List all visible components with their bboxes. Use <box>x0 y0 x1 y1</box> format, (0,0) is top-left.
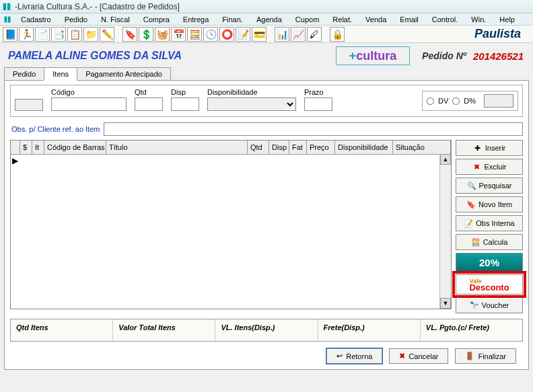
toolbar-doc2-icon[interactable]: 📑 <box>51 27 66 42</box>
menu-agenda[interactable]: Agenda <box>250 14 288 25</box>
toolbar-doc1-icon[interactable]: 📄 <box>35 27 50 42</box>
prazo-label: Prazo <box>304 88 332 96</box>
col-codigo-barras[interactable]: Código de Barras <box>44 141 106 154</box>
prazo-input[interactable] <box>304 97 332 111</box>
col-situacao[interactable]: Situação <box>393 141 451 154</box>
grid-scrollbar[interactable]: ▲ ▼ <box>439 154 451 309</box>
toolbar-folder-icon[interactable]: 📁 <box>83 27 98 42</box>
toolbar-chart-icon[interactable]: 📈 <box>291 27 306 42</box>
col-preco[interactable]: Preço <box>307 141 335 154</box>
col-it[interactable]: It <box>32 141 44 154</box>
menu-venda[interactable]: Venda <box>359 14 392 25</box>
tab-pedido[interactable]: Pedido <box>4 67 44 81</box>
menu-help[interactable]: Help <box>493 14 521 25</box>
total-frete-disp: Frete(Disp.) <box>324 323 365 331</box>
toolbar-note-icon[interactable]: 📝 <box>236 27 250 42</box>
obs-input[interactable] <box>104 122 523 136</box>
toolbar-calc-icon[interactable]: 🧮 <box>187 27 202 42</box>
customer-name: PAMELA ALINE GOMES DA SILVA <box>4 50 182 62</box>
door-icon: 🚪 <box>465 352 474 360</box>
grid-header: $ It Código de Barras Título Qtd Disp Fa… <box>11 141 451 155</box>
toolbar-calendar-icon[interactable]: 📅 <box>171 27 186 42</box>
toolbar-cart-icon[interactable]: 🧺 <box>155 27 170 42</box>
menu-finan[interactable]: Finan. <box>216 14 249 25</box>
menu-win[interactable]: Win. <box>465 14 492 25</box>
menu-cupom[interactable]: Cupom <box>289 14 325 25</box>
finalizar-button[interactable]: 🚪Finalizar <box>455 348 516 364</box>
excluir-label: Excluir <box>484 163 506 171</box>
qtd-input[interactable] <box>135 97 163 111</box>
col-disp[interactable]: Disp <box>269 141 289 154</box>
voucher-button[interactable]: 🔭Voucher <box>456 297 523 313</box>
pesquisar-label: Pesquisar <box>479 182 512 190</box>
scroll-down-icon[interactable]: ▼ <box>440 298 451 309</box>
vale-desconto-button[interactable]: Vale Desconto <box>456 274 523 295</box>
calcula-button[interactable]: 🧮Calcula <box>456 234 523 250</box>
toolbar-book-icon[interactable]: 📘 <box>3 27 17 42</box>
codigo-label: Código <box>51 88 127 96</box>
disp-label: Disp <box>171 88 199 96</box>
disp-input[interactable] <box>171 97 199 111</box>
codigo-input[interactable] <box>51 97 127 111</box>
tab-itens[interactable]: Itens <box>44 67 77 81</box>
items-grid[interactable]: $ It Código de Barras Título Qtd Disp Fa… <box>10 140 452 309</box>
tab-strip: Pedido Itens Pagamento Antecipado <box>4 67 529 81</box>
dpct-radio[interactable] <box>452 97 460 105</box>
inserir-button[interactable]: ✚Inserir <box>456 140 523 156</box>
col-fat[interactable]: Fat <box>289 141 307 154</box>
dpct-label: D% <box>464 97 476 105</box>
col-disponibilidade[interactable]: Disponibilidade <box>335 141 393 154</box>
col-sel[interactable]: $ <box>20 141 32 154</box>
col-qtd[interactable]: Qtd <box>248 141 269 154</box>
toolbar-clock-icon[interactable]: 🕓 <box>203 27 218 42</box>
brand-text: cultura <box>356 49 396 63</box>
total-qtd-itens: Qtd Itens <box>16 323 48 331</box>
order-header: PAMELA ALINE GOMES DA SILVA +cultura Ped… <box>4 46 529 66</box>
promo-20-button[interactable]: 20% <box>456 253 523 272</box>
toolbar-money-icon[interactable]: 💲 <box>139 27 153 42</box>
col-titulo[interactable]: Título <box>106 141 248 154</box>
qtd-label: Qtd <box>135 88 163 96</box>
toolbar-edit-icon[interactable]: ✏️ <box>100 27 114 42</box>
toolbar-tag-icon[interactable]: 🔖 <box>122 27 137 42</box>
inserir-label: Inserir <box>485 144 506 152</box>
toolbar-list-icon[interactable]: 📊 <box>275 27 289 42</box>
menu-control[interactable]: Control. <box>426 14 464 25</box>
order-number-value: 201426521 <box>473 50 529 62</box>
dv-radio[interactable] <box>427 97 434 105</box>
disponibilidade-label: Disponibilidade <box>207 88 296 96</box>
menu-pedido[interactable]: Pedido <box>59 14 94 25</box>
novo-item-button[interactable]: 🔖Novo Item <box>456 196 523 212</box>
retorna-button[interactable]: ↩Retorna <box>326 348 382 364</box>
tab-pagamento-antecipado[interactable]: Pagamento Antecipado <box>77 67 171 81</box>
tab-page-itens: Código Qtd Disp Disponibilidade Prazo <box>4 80 529 370</box>
toolbar-card-icon[interactable]: 💳 <box>252 27 266 42</box>
codigo-prefix-box <box>15 99 43 111</box>
cancelar-button[interactable]: ✖Cancelar <box>389 348 448 364</box>
toolbar-person-icon[interactable]: 🏃 <box>19 27 34 42</box>
calcula-label: Calcula <box>483 238 508 246</box>
grid-body[interactable]: ▶ <box>11 155 451 309</box>
menu-relat[interactable]: Relat. <box>326 14 358 25</box>
menu-cadastro[interactable]: Cadastro <box>15 14 57 25</box>
toolbar-pen-icon[interactable]: 🖊 <box>307 27 322 42</box>
filter-panel: Código Qtd Disp Disponibilidade Prazo <box>10 85 523 117</box>
disponibilidade-select[interactable] <box>207 97 296 111</box>
menu-entrega[interactable]: Entrega <box>177 14 215 25</box>
excluir-button[interactable]: ✖Excluir <box>456 159 523 175</box>
promo-label: 20% <box>479 257 499 268</box>
obs-interna-button[interactable]: 📝Obs Interna <box>456 215 523 231</box>
menu-bar: Cadastro Pedido N. Fiscal Compra Entrega… <box>0 13 533 26</box>
menu-nfiscal[interactable]: N. Fiscal <box>95 14 136 25</box>
obs-interna-label: Obs Interna <box>476 219 514 227</box>
store-name: Paulista <box>474 27 530 41</box>
menu-compra[interactable]: Compra <box>137 14 176 25</box>
menu-email[interactable]: Email <box>394 14 425 25</box>
order-number-label: Pedido Nº <box>410 50 473 61</box>
scroll-up-icon[interactable]: ▲ <box>440 154 451 165</box>
toolbar-doc3-icon[interactable]: 📋 <box>67 27 82 42</box>
toolbar-circle-icon[interactable]: ⭕ <box>219 27 234 42</box>
pesquisar-button[interactable]: 🔍Pesquisar <box>456 178 523 194</box>
obs-row: Obs. p/ Cliente ref. ao Item <box>10 122 523 136</box>
toolbar-lock-icon[interactable]: 🔒 <box>330 27 345 42</box>
